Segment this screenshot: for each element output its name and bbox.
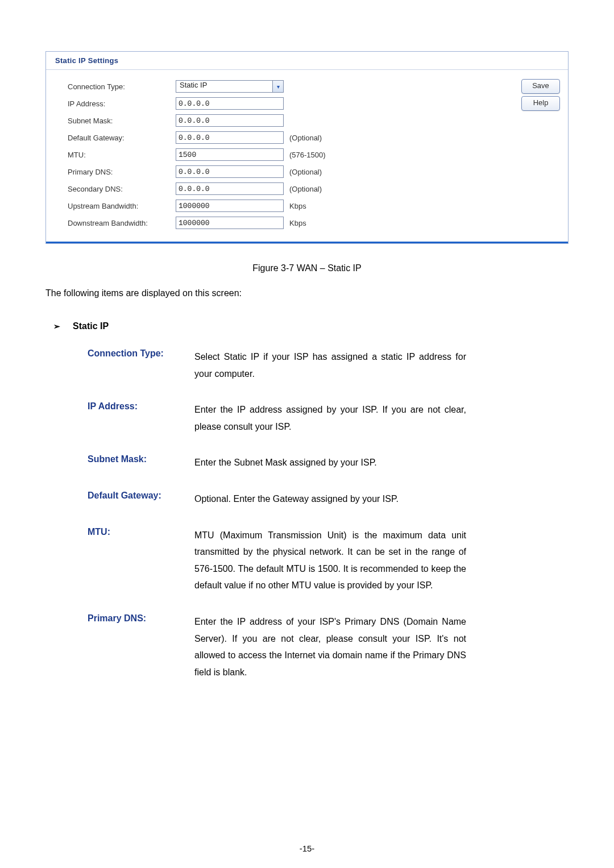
label-mtu: MTU:: [68, 151, 176, 159]
connection-type-select[interactable]: Static IP: [176, 80, 284, 93]
label-upstream: Upstream Bandwidth:: [68, 202, 176, 210]
label-ip-address: IP Address:: [68, 99, 176, 108]
hint-primary-dns: (Optional): [289, 168, 322, 176]
row-connection-type: Connection Type: Static IP ▾: [46, 78, 568, 95]
hint-mtu: (576-1500): [289, 151, 326, 159]
def-desc: Enter the IP address assigned by your IS…: [194, 401, 466, 435]
upstream-input[interactable]: [176, 200, 284, 212]
section-heading-text: Static IP: [73, 321, 109, 331]
def-desc: Optional. Enter the Gateway assigned by …: [194, 491, 466, 508]
hint-secondary-dns: (Optional): [289, 185, 322, 193]
label-default-gateway: Default Gateway:: [68, 134, 176, 142]
def-subnet-mask: Subnet Mask: Enter the Subnet Mask assig…: [88, 454, 466, 471]
def-term: MTU:: [88, 527, 180, 594]
figure-caption: Figure 3-7 WAN – Static IP: [45, 263, 569, 273]
label-connection-type: Connection Type:: [68, 82, 176, 91]
def-mtu: MTU: MTU (Maximum Transmission Unit) is …: [88, 527, 466, 594]
def-desc: Select Static IP if your ISP has assigne…: [194, 348, 466, 382]
connection-type-select-wrap[interactable]: Static IP ▾: [176, 80, 284, 93]
label-primary-dns: Primary DNS:: [68, 168, 176, 176]
section-heading: ➢ Static IP: [53, 321, 569, 331]
def-primary-dns: Primary DNS: Enter the IP address of you…: [88, 613, 466, 680]
subnet-mask-input[interactable]: [176, 114, 284, 127]
panel-title: Static IP Settings: [46, 52, 568, 69]
row-upstream: Upstream Bandwidth: Kbps: [46, 197, 568, 214]
row-downstream: Downstream Bandwidth: Kbps: [46, 214, 568, 231]
mtu-input[interactable]: [176, 148, 284, 161]
panel-body: Connection Type: Static IP ▾ IP Address:…: [46, 69, 568, 243]
def-term: Connection Type:: [88, 348, 180, 382]
def-ip-address: IP Address: Enter the IP address assigne…: [88, 401, 466, 435]
secondary-dns-input[interactable]: [176, 182, 284, 195]
page-number: -15-: [0, 844, 614, 853]
row-ip-address: IP Address:: [46, 95, 568, 112]
label-secondary-dns: Secondary DNS:: [68, 185, 176, 193]
def-term: Subnet Mask:: [88, 454, 180, 471]
hint-downstream: Kbps: [289, 219, 306, 227]
definitions-list: Connection Type: Select Static IP if you…: [88, 348, 466, 680]
def-desc: Enter the Subnet Mask assigned by your I…: [194, 454, 466, 471]
label-subnet-mask: Subnet Mask:: [68, 117, 176, 125]
static-ip-settings-panel: Static IP Settings Save Help Connection …: [45, 51, 569, 244]
label-downstream: Downstream Bandwidth:: [68, 219, 176, 227]
intro-text: The following items are displayed on thi…: [45, 288, 569, 298]
arrow-right-icon: ➢: [53, 322, 60, 331]
def-desc: Enter the IP address of your ISP's Prima…: [194, 613, 466, 680]
hint-default-gateway: (Optional): [289, 134, 322, 142]
def-desc: MTU (Maximum Transmission Unit) is the m…: [194, 527, 466, 594]
primary-dns-input[interactable]: [176, 165, 284, 178]
row-primary-dns: Primary DNS: (Optional): [46, 163, 568, 180]
hint-upstream: Kbps: [289, 202, 306, 210]
downstream-input[interactable]: [176, 217, 284, 229]
row-subnet-mask: Subnet Mask:: [46, 112, 568, 129]
default-gateway-input[interactable]: [176, 131, 284, 144]
ip-address-input[interactable]: [176, 97, 284, 110]
def-term: IP Address:: [88, 401, 180, 435]
def-connection-type: Connection Type: Select Static IP if you…: [88, 348, 466, 382]
row-mtu: MTU: (576-1500): [46, 146, 568, 163]
chevron-down-icon: ▾: [272, 81, 283, 92]
def-term: Default Gateway:: [88, 491, 180, 508]
def-default-gateway: Default Gateway: Optional. Enter the Gat…: [88, 491, 466, 508]
row-secondary-dns: Secondary DNS: (Optional): [46, 180, 568, 197]
row-default-gateway: Default Gateway: (Optional): [46, 129, 568, 146]
def-term: Primary DNS:: [88, 613, 180, 680]
